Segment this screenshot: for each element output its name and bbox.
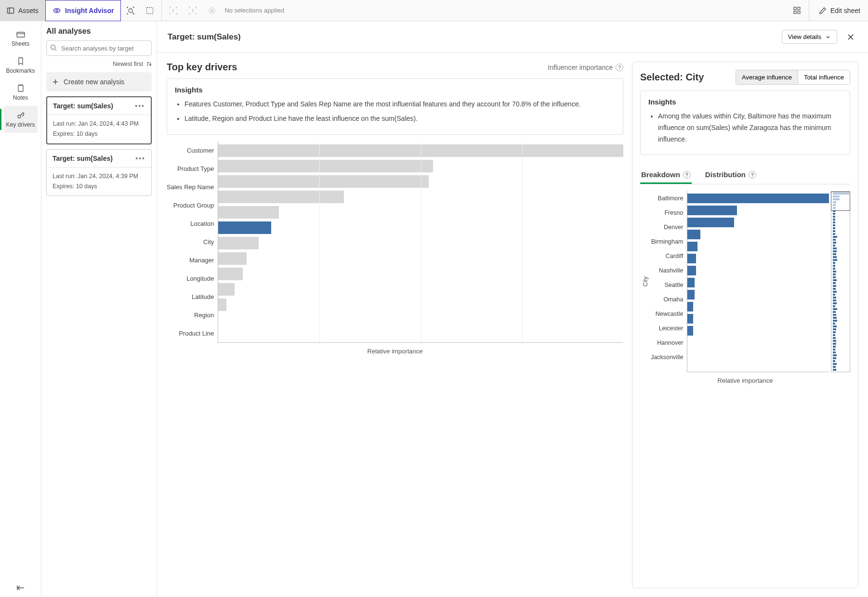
chart-category-label: Latitude bbox=[167, 288, 214, 306]
rail-key-drivers[interactable]: Key drivers bbox=[4, 106, 38, 133]
chart-bar[interactable] bbox=[687, 218, 734, 227]
chart-bar[interactable] bbox=[218, 160, 433, 172]
rail-sheets[interactable]: Sheets bbox=[4, 26, 38, 52]
chart-category-label: Fresno bbox=[651, 206, 683, 220]
chart-category-label: Seattle bbox=[651, 278, 683, 292]
chart-category-label: Leicester bbox=[651, 321, 683, 336]
chart-bar[interactable] bbox=[687, 242, 697, 251]
avg-influence-toggle[interactable]: Average influence bbox=[736, 70, 798, 84]
chart-category-label: Product Type bbox=[167, 160, 214, 178]
chart-bar[interactable] bbox=[218, 298, 226, 311]
grid-view-icon[interactable] bbox=[788, 0, 807, 21]
smart-select-icon[interactable] bbox=[121, 0, 140, 21]
chart-bar[interactable] bbox=[687, 314, 693, 324]
chart-category-label: Hannover bbox=[651, 336, 683, 350]
chart-minimap[interactable] bbox=[831, 191, 850, 372]
chart-category-label: Birmingham bbox=[651, 234, 683, 249]
tab-breakdown[interactable]: Breakdown ? bbox=[640, 167, 692, 184]
create-analysis-label: Create new analysis bbox=[64, 78, 124, 86]
assets-label: Assets bbox=[18, 7, 39, 14]
chart-category-label: City bbox=[167, 233, 214, 251]
chart-bar[interactable] bbox=[687, 254, 696, 263]
chart-bar[interactable] bbox=[687, 290, 695, 299]
view-details-button[interactable]: View details bbox=[782, 30, 837, 44]
x-axis-label: Relative importance bbox=[167, 348, 623, 355]
bookmark-icon bbox=[17, 57, 24, 65]
chart-bar[interactable] bbox=[687, 230, 700, 239]
analysis-card[interactable]: Target: sum(Sales) ••• Last run: Jan 24,… bbox=[46, 96, 152, 144]
total-influence-toggle[interactable]: Total influence bbox=[798, 70, 850, 84]
svg-point-22 bbox=[51, 45, 55, 50]
close-icon[interactable] bbox=[844, 30, 857, 44]
help-icon[interactable]: ? bbox=[616, 64, 623, 71]
chart-bar[interactable] bbox=[687, 326, 693, 336]
card-more-icon[interactable]: ••• bbox=[135, 102, 145, 110]
chart-category-label: Product Group bbox=[167, 196, 214, 215]
chart-bar[interactable] bbox=[218, 206, 279, 219]
top-key-drivers-panel: Top key drivers Influencer importance ? … bbox=[167, 62, 623, 588]
chart-bar[interactable] bbox=[218, 268, 242, 280]
insight-item: Among the values within City, Baltimore … bbox=[658, 111, 842, 145]
main-header: Target: sum(Sales) View details bbox=[157, 21, 868, 53]
insights-box: Insights Features Customer, Product Type… bbox=[167, 78, 623, 135]
search-icon bbox=[50, 44, 57, 51]
help-icon[interactable]: ? bbox=[683, 171, 691, 179]
step-back-icon bbox=[164, 0, 183, 21]
chart-bar[interactable] bbox=[218, 191, 344, 203]
svg-line-23 bbox=[55, 49, 56, 51]
chart-bar[interactable] bbox=[218, 221, 271, 234]
key-drivers-chart: CustomerProduct TypeSales Rep NameProduc… bbox=[167, 142, 623, 355]
svg-point-3 bbox=[129, 9, 132, 13]
chart-bar[interactable] bbox=[687, 266, 696, 275]
search-input[interactable] bbox=[46, 40, 152, 56]
chart-category-label: Product Line bbox=[167, 324, 214, 343]
chart-bar[interactable] bbox=[218, 283, 235, 296]
svg-rect-11 bbox=[794, 11, 796, 13]
top-key-drivers-title: Top key drivers bbox=[167, 62, 237, 73]
svg-rect-9 bbox=[794, 7, 796, 10]
svg-rect-0 bbox=[8, 8, 14, 13]
help-icon[interactable]: ? bbox=[749, 171, 756, 179]
insights-title: Insights bbox=[648, 98, 842, 106]
insight-advisor-button[interactable]: Insight Advisor bbox=[45, 0, 121, 21]
divider bbox=[809, 0, 809, 21]
chevron-down-icon bbox=[825, 34, 831, 40]
chart-bar[interactable] bbox=[218, 237, 259, 249]
chart-bar[interactable] bbox=[218, 175, 429, 188]
sort-control[interactable]: Newest first bbox=[46, 61, 152, 67]
chart-bar[interactable] bbox=[218, 252, 247, 265]
lasso-select-icon[interactable] bbox=[140, 0, 159, 21]
chart-category-label: Denver bbox=[651, 220, 683, 234]
chart-bar[interactable] bbox=[687, 206, 737, 215]
analyses-title: All analyses bbox=[46, 27, 152, 36]
rail-notes[interactable]: Notes bbox=[4, 79, 38, 106]
x-axis-label: Relative importance bbox=[640, 377, 850, 384]
chart-bar[interactable] bbox=[687, 302, 693, 311]
analysis-expires: Expires: 10 days bbox=[53, 129, 145, 139]
panel-left-icon bbox=[7, 7, 14, 14]
chart-bar[interactable] bbox=[687, 278, 695, 287]
tab-distribution[interactable]: Distribution ? bbox=[704, 167, 757, 184]
edit-sheet-button[interactable]: Edit sheet bbox=[811, 0, 868, 21]
svg-rect-10 bbox=[798, 7, 800, 10]
rail-bookmarks[interactable]: Bookmarks bbox=[4, 52, 38, 79]
chart-category-label: Baltimore bbox=[651, 191, 683, 206]
create-analysis-button[interactable]: Create new analysis bbox=[46, 72, 152, 91]
analysis-last-run: Last run: Jan 24, 2024, 4:43 PM bbox=[53, 119, 145, 129]
y-axis-label: City bbox=[640, 191, 651, 372]
card-more-icon[interactable]: ••• bbox=[135, 155, 145, 162]
view-details-label: View details bbox=[788, 33, 821, 40]
insight-advisor-label: Insight Advisor bbox=[65, 7, 114, 14]
analysis-card[interactable]: Target: sum(Sales) ••• Last run: Jan 24,… bbox=[46, 149, 152, 196]
selected-title: Selected: City bbox=[640, 72, 704, 83]
rail-bookmarks-label: Bookmarks bbox=[6, 67, 35, 74]
chart-category-label: Omaha bbox=[651, 292, 683, 307]
influence-toggle: Average influence Total influence bbox=[736, 70, 850, 85]
insights-box: Insights Among the values within City, B… bbox=[640, 91, 850, 155]
svg-rect-12 bbox=[798, 11, 800, 13]
pencil-icon bbox=[819, 7, 827, 14]
assets-button[interactable]: Assets bbox=[0, 0, 45, 21]
chart-bar[interactable] bbox=[687, 194, 829, 203]
svg-point-2 bbox=[56, 10, 58, 12]
collapse-rail-button[interactable] bbox=[11, 579, 31, 597]
